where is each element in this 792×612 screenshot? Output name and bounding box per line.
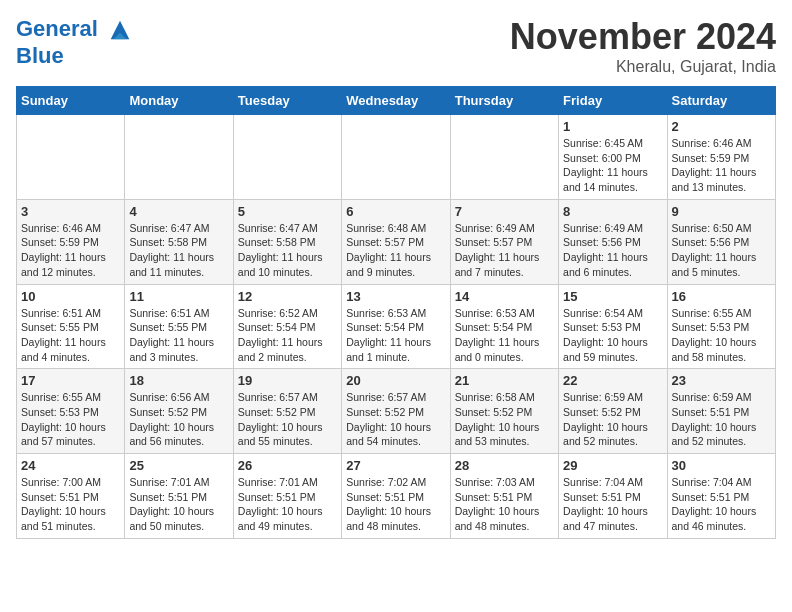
day-info: Sunrise: 6:59 AM Sunset: 5:52 PM Dayligh… xyxy=(563,390,662,449)
day-info: Sunrise: 7:02 AM Sunset: 5:51 PM Dayligh… xyxy=(346,475,445,534)
day-info: Sunrise: 6:54 AM Sunset: 5:53 PM Dayligh… xyxy=(563,306,662,365)
location: Kheralu, Gujarat, India xyxy=(510,58,776,76)
calendar-cell: 13Sunrise: 6:53 AM Sunset: 5:54 PM Dayli… xyxy=(342,284,450,369)
calendar-cell: 10Sunrise: 6:51 AM Sunset: 5:55 PM Dayli… xyxy=(17,284,125,369)
calendar-cell: 19Sunrise: 6:57 AM Sunset: 5:52 PM Dayli… xyxy=(233,369,341,454)
calendar-cell xyxy=(450,115,558,200)
calendar-cell: 26Sunrise: 7:01 AM Sunset: 5:51 PM Dayli… xyxy=(233,454,341,539)
day-info: Sunrise: 7:00 AM Sunset: 5:51 PM Dayligh… xyxy=(21,475,120,534)
day-number: 23 xyxy=(672,373,771,388)
day-info: Sunrise: 6:57 AM Sunset: 5:52 PM Dayligh… xyxy=(346,390,445,449)
day-info: Sunrise: 6:56 AM Sunset: 5:52 PM Dayligh… xyxy=(129,390,228,449)
weekday-header-tuesday: Tuesday xyxy=(233,87,341,115)
day-info: Sunrise: 6:51 AM Sunset: 5:55 PM Dayligh… xyxy=(129,306,228,365)
page-header: General Blue November 2024 Kheralu, Guja… xyxy=(16,16,776,76)
day-info: Sunrise: 6:45 AM Sunset: 6:00 PM Dayligh… xyxy=(563,136,662,195)
logo-text: General xyxy=(16,16,134,44)
calendar-cell: 11Sunrise: 6:51 AM Sunset: 5:55 PM Dayli… xyxy=(125,284,233,369)
day-info: Sunrise: 6:57 AM Sunset: 5:52 PM Dayligh… xyxy=(238,390,337,449)
day-number: 18 xyxy=(129,373,228,388)
calendar-cell xyxy=(17,115,125,200)
calendar-cell: 16Sunrise: 6:55 AM Sunset: 5:53 PM Dayli… xyxy=(667,284,775,369)
day-number: 24 xyxy=(21,458,120,473)
day-number: 26 xyxy=(238,458,337,473)
day-info: Sunrise: 6:51 AM Sunset: 5:55 PM Dayligh… xyxy=(21,306,120,365)
calendar-cell xyxy=(233,115,341,200)
calendar-cell: 21Sunrise: 6:58 AM Sunset: 5:52 PM Dayli… xyxy=(450,369,558,454)
day-number: 22 xyxy=(563,373,662,388)
day-info: Sunrise: 6:53 AM Sunset: 5:54 PM Dayligh… xyxy=(346,306,445,365)
calendar-cell: 6Sunrise: 6:48 AM Sunset: 5:57 PM Daylig… xyxy=(342,199,450,284)
day-number: 6 xyxy=(346,204,445,219)
day-info: Sunrise: 6:49 AM Sunset: 5:56 PM Dayligh… xyxy=(563,221,662,280)
day-number: 15 xyxy=(563,289,662,304)
calendar-cell: 30Sunrise: 7:04 AM Sunset: 5:51 PM Dayli… xyxy=(667,454,775,539)
day-number: 20 xyxy=(346,373,445,388)
day-number: 10 xyxy=(21,289,120,304)
day-info: Sunrise: 6:46 AM Sunset: 5:59 PM Dayligh… xyxy=(672,136,771,195)
day-number: 29 xyxy=(563,458,662,473)
weekday-header-friday: Friday xyxy=(559,87,667,115)
calendar-week-row: 3Sunrise: 6:46 AM Sunset: 5:59 PM Daylig… xyxy=(17,199,776,284)
calendar-cell: 8Sunrise: 6:49 AM Sunset: 5:56 PM Daylig… xyxy=(559,199,667,284)
day-number: 11 xyxy=(129,289,228,304)
weekday-header-saturday: Saturday xyxy=(667,87,775,115)
day-number: 5 xyxy=(238,204,337,219)
calendar-week-row: 17Sunrise: 6:55 AM Sunset: 5:53 PM Dayli… xyxy=(17,369,776,454)
day-number: 17 xyxy=(21,373,120,388)
logo-blue-text: Blue xyxy=(16,44,134,68)
calendar-cell: 25Sunrise: 7:01 AM Sunset: 5:51 PM Dayli… xyxy=(125,454,233,539)
calendar-table: SundayMondayTuesdayWednesdayThursdayFrid… xyxy=(16,86,776,539)
day-number: 25 xyxy=(129,458,228,473)
day-info: Sunrise: 6:47 AM Sunset: 5:58 PM Dayligh… xyxy=(238,221,337,280)
day-number: 2 xyxy=(672,119,771,134)
day-info: Sunrise: 6:53 AM Sunset: 5:54 PM Dayligh… xyxy=(455,306,554,365)
calendar-cell: 20Sunrise: 6:57 AM Sunset: 5:52 PM Dayli… xyxy=(342,369,450,454)
calendar-cell: 5Sunrise: 6:47 AM Sunset: 5:58 PM Daylig… xyxy=(233,199,341,284)
day-info: Sunrise: 7:04 AM Sunset: 5:51 PM Dayligh… xyxy=(672,475,771,534)
day-number: 12 xyxy=(238,289,337,304)
month-title: November 2024 xyxy=(510,16,776,58)
calendar-header-row: SundayMondayTuesdayWednesdayThursdayFrid… xyxy=(17,87,776,115)
day-number: 30 xyxy=(672,458,771,473)
day-info: Sunrise: 6:47 AM Sunset: 5:58 PM Dayligh… xyxy=(129,221,228,280)
day-number: 9 xyxy=(672,204,771,219)
calendar-cell: 4Sunrise: 6:47 AM Sunset: 5:58 PM Daylig… xyxy=(125,199,233,284)
day-info: Sunrise: 6:49 AM Sunset: 5:57 PM Dayligh… xyxy=(455,221,554,280)
weekday-header-thursday: Thursday xyxy=(450,87,558,115)
day-number: 13 xyxy=(346,289,445,304)
calendar-cell: 1Sunrise: 6:45 AM Sunset: 6:00 PM Daylig… xyxy=(559,115,667,200)
day-info: Sunrise: 6:46 AM Sunset: 5:59 PM Dayligh… xyxy=(21,221,120,280)
day-number: 8 xyxy=(563,204,662,219)
calendar-cell: 29Sunrise: 7:04 AM Sunset: 5:51 PM Dayli… xyxy=(559,454,667,539)
calendar-cell: 24Sunrise: 7:00 AM Sunset: 5:51 PM Dayli… xyxy=(17,454,125,539)
calendar-cell xyxy=(342,115,450,200)
calendar-cell: 23Sunrise: 6:59 AM Sunset: 5:51 PM Dayli… xyxy=(667,369,775,454)
day-info: Sunrise: 7:04 AM Sunset: 5:51 PM Dayligh… xyxy=(563,475,662,534)
calendar-body: 1Sunrise: 6:45 AM Sunset: 6:00 PM Daylig… xyxy=(17,115,776,539)
day-number: 27 xyxy=(346,458,445,473)
weekday-header-monday: Monday xyxy=(125,87,233,115)
calendar-week-row: 24Sunrise: 7:00 AM Sunset: 5:51 PM Dayli… xyxy=(17,454,776,539)
calendar-cell: 3Sunrise: 6:46 AM Sunset: 5:59 PM Daylig… xyxy=(17,199,125,284)
day-number: 28 xyxy=(455,458,554,473)
calendar-cell: 17Sunrise: 6:55 AM Sunset: 5:53 PM Dayli… xyxy=(17,369,125,454)
logo: General Blue xyxy=(16,16,134,68)
day-info: Sunrise: 6:52 AM Sunset: 5:54 PM Dayligh… xyxy=(238,306,337,365)
weekday-header-wednesday: Wednesday xyxy=(342,87,450,115)
calendar-cell: 7Sunrise: 6:49 AM Sunset: 5:57 PM Daylig… xyxy=(450,199,558,284)
calendar-cell: 14Sunrise: 6:53 AM Sunset: 5:54 PM Dayli… xyxy=(450,284,558,369)
calendar-week-row: 1Sunrise: 6:45 AM Sunset: 6:00 PM Daylig… xyxy=(17,115,776,200)
day-number: 14 xyxy=(455,289,554,304)
title-block: November 2024 Kheralu, Gujarat, India xyxy=(510,16,776,76)
calendar-cell: 18Sunrise: 6:56 AM Sunset: 5:52 PM Dayli… xyxy=(125,369,233,454)
calendar-cell: 15Sunrise: 6:54 AM Sunset: 5:53 PM Dayli… xyxy=(559,284,667,369)
day-info: Sunrise: 7:03 AM Sunset: 5:51 PM Dayligh… xyxy=(455,475,554,534)
calendar-cell: 27Sunrise: 7:02 AM Sunset: 5:51 PM Dayli… xyxy=(342,454,450,539)
day-info: Sunrise: 6:55 AM Sunset: 5:53 PM Dayligh… xyxy=(672,306,771,365)
day-number: 1 xyxy=(563,119,662,134)
day-number: 19 xyxy=(238,373,337,388)
calendar-cell xyxy=(125,115,233,200)
weekday-header-sunday: Sunday xyxy=(17,87,125,115)
day-number: 16 xyxy=(672,289,771,304)
